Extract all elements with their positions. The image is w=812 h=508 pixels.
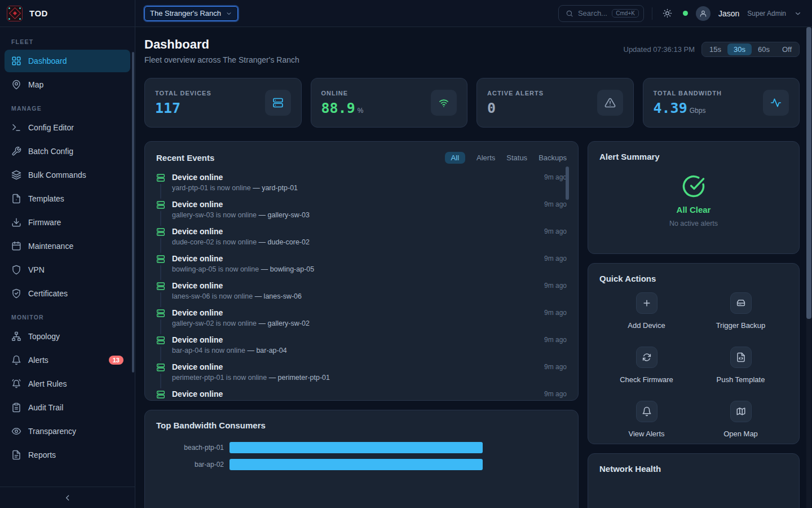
sidebar-item-label: Config Editor xyxy=(28,123,74,132)
event-message: dude-core-02 is now online xyxy=(172,238,257,246)
sidebar-item-topology[interactable]: Topology xyxy=(5,325,130,348)
site-selector[interactable]: The Stranger's Ranch xyxy=(144,6,238,21)
server-icon xyxy=(156,334,165,347)
clipboard-icon xyxy=(11,402,21,413)
sidebar-item-label: VPN xyxy=(28,265,45,274)
event-row[interactable]: Device online dude-core-02 is now online… xyxy=(156,226,567,253)
tab-alerts[interactable]: Alerts xyxy=(476,154,495,162)
sidebar-item-vpn[interactable]: VPN xyxy=(5,259,130,281)
sidebar-item-transparency[interactable]: Transparency xyxy=(5,420,130,443)
event-row[interactable]: Device online bar-ap-04 is now online — … xyxy=(156,334,567,361)
open-map-button[interactable]: Open Map xyxy=(694,401,788,438)
event-row[interactable]: Device online bowling-ap-05 is now onlin… xyxy=(156,253,567,280)
stat-total-devices: TOTAL DEVICES 117 xyxy=(144,78,302,128)
server-icon xyxy=(272,97,284,108)
sidebar-item-alerts[interactable]: Alerts 13 xyxy=(5,349,130,371)
sidebar-item-dashboard[interactable]: Dashboard xyxy=(5,50,130,72)
refresh-15s-button[interactable]: 15s xyxy=(703,43,727,55)
main-scrollbar-thumb[interactable] xyxy=(806,27,811,319)
event-row[interactable]: Device online gallery-sw-02 is now onlin… xyxy=(156,307,567,334)
eye-icon xyxy=(11,426,21,436)
sidebar-item-label: Transparency xyxy=(28,427,76,436)
search-input[interactable] xyxy=(578,9,607,17)
event-device: — yard-ptp-01 xyxy=(253,184,298,192)
event-row[interactable]: Device online perimeter-ptp-01 is now on… xyxy=(156,361,567,388)
stat-active-alerts: ACTIVE ALERTS 0 xyxy=(476,78,634,128)
search-icon xyxy=(566,10,573,17)
trigger-backup-button[interactable]: Trigger Backup xyxy=(694,292,788,330)
sidebar-item-map[interactable]: Map xyxy=(5,73,130,96)
event-title: Device online xyxy=(172,172,537,183)
event-time: 9m ago xyxy=(544,309,567,317)
main-content: Dashboard Fleet overview across The Stra… xyxy=(135,27,812,508)
event-row[interactable]: Device online yard-ptp-01 is now online … xyxy=(156,172,567,199)
sidebar-scrollbar-thumb[interactable] xyxy=(132,52,134,373)
server-icon xyxy=(156,361,165,374)
updated-timestamp: Updated 07:36:13 PM xyxy=(624,45,695,54)
tab-all[interactable]: All xyxy=(445,152,465,164)
layers-icon xyxy=(11,170,21,180)
event-device: — bowling-ap-05 xyxy=(261,265,315,273)
refresh-30s-button[interactable]: 30s xyxy=(727,43,752,55)
check-circle-icon xyxy=(682,174,705,198)
sidebar-item-label: Alerts xyxy=(28,356,48,365)
quick-action-label: View Alerts xyxy=(628,430,664,438)
sidebar-item-maintenance[interactable]: Maintenance xyxy=(5,235,130,257)
stat-unit: Gbps xyxy=(690,107,706,115)
user-menu-chevron-icon[interactable] xyxy=(794,10,802,17)
network-health-title: Network Health xyxy=(599,464,788,474)
site-selector-value: The Stranger's Ranch xyxy=(150,9,221,17)
tab-backups[interactable]: Backups xyxy=(539,154,567,162)
server-icon xyxy=(156,253,165,265)
search-shortcut-badge: Cmd+K xyxy=(612,9,639,17)
view-alerts-button[interactable]: View Alerts xyxy=(599,401,694,438)
tab-status[interactable]: Status xyxy=(506,154,527,162)
sidebar-item-firmware[interactable]: Firmware xyxy=(5,211,130,234)
top-bar-main: The Stranger's Ranch Cmd+K Jason Super A… xyxy=(135,0,812,27)
event-time: 9m ago xyxy=(544,173,567,181)
bandwidth-title: Top Bandwidth Consumers xyxy=(156,421,567,430)
main-scrollbar-track[interactable] xyxy=(806,27,811,508)
event-message: gallery-sw-02 is now online xyxy=(172,319,257,327)
avatar[interactable] xyxy=(696,6,710,21)
event-time: 9m ago xyxy=(544,336,567,344)
sidebar-item-audit-trail[interactable]: Audit Trail xyxy=(5,396,130,419)
push-template-button[interactable]: Push Template xyxy=(694,347,788,384)
activity-icon xyxy=(770,97,782,108)
sidebar-item-alert-rules[interactable]: Alert Rules xyxy=(5,373,130,395)
sidebar-item-bulk-commands[interactable]: Bulk Commands xyxy=(5,164,130,186)
event-time: 9m ago xyxy=(544,200,567,208)
event-message: lanes-sw-06 is now online xyxy=(172,292,253,300)
sidebar-item-certificates[interactable]: Certificates xyxy=(5,282,130,305)
event-time: 9m ago xyxy=(544,363,567,371)
sidebar-collapse-button[interactable] xyxy=(0,487,135,508)
refresh-off-button[interactable]: Off xyxy=(776,43,798,55)
stat-cards: TOTAL DEVICES 117 ONLINE 88.9% ACTIVE AL… xyxy=(144,78,800,128)
event-row[interactable]: Device online gallery-sw-03 is now onlin… xyxy=(156,199,567,226)
event-row[interactable]: Device online 9m ago xyxy=(156,388,567,401)
events-scrollbar-thumb[interactable] xyxy=(566,167,569,200)
download-icon xyxy=(11,217,21,227)
quick-action-label: Push Template xyxy=(717,375,765,384)
drive-icon xyxy=(736,298,746,308)
plus-icon xyxy=(642,298,652,308)
file-code-icon xyxy=(736,352,746,362)
bandwidth-row: bar-ap-02 xyxy=(156,456,567,473)
alert-summary-panel: Alert Summary All Clear No active alerts xyxy=(588,141,800,254)
search-box[interactable]: Cmd+K xyxy=(558,5,644,22)
events-list: Device online yard-ptp-01 is now online … xyxy=(145,169,578,401)
sidebar-item-reports[interactable]: Reports xyxy=(5,444,130,466)
sidebar-item-batch-config[interactable]: Batch Config xyxy=(5,140,130,163)
top-bar: TOD The Stranger's Ranch Cmd+K Jason Sup… xyxy=(0,0,812,27)
event-title: Device online xyxy=(172,253,537,264)
sidebar-item-templates[interactable]: Templates xyxy=(5,187,130,210)
event-time: 9m ago xyxy=(544,390,567,398)
refresh-60s-button[interactable]: 60s xyxy=(752,43,776,55)
sidebar-item-config-editor[interactable]: Config Editor xyxy=(5,116,130,139)
event-message: perimeter-ptp-01 is now online xyxy=(172,374,267,382)
event-row[interactable]: Device online lanes-sw-06 is now online … xyxy=(156,280,567,307)
file-icon xyxy=(11,194,21,204)
theme-toggle-button[interactable] xyxy=(660,6,675,21)
add-device-button[interactable]: Add Device xyxy=(599,292,694,330)
check-firmware-button[interactable]: Check Firmware xyxy=(599,347,694,384)
